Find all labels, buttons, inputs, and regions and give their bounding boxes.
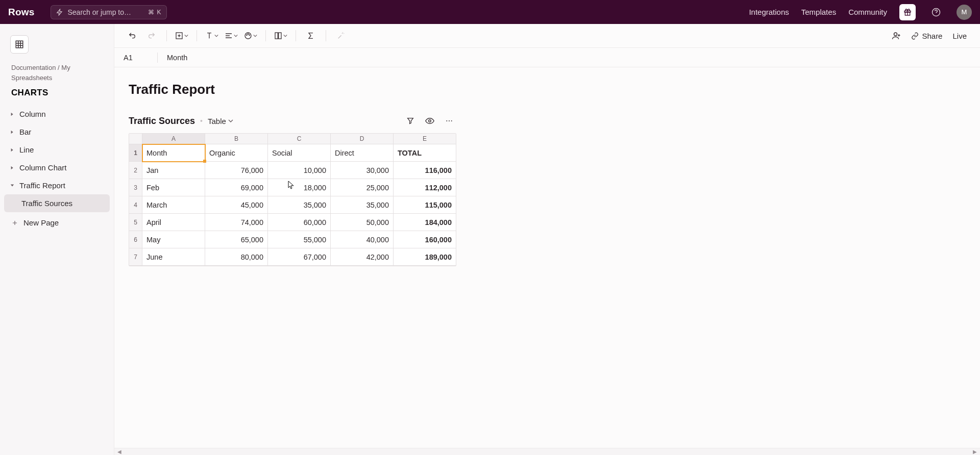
gift-icon	[903, 8, 912, 16]
sidebar-item-column-chart[interactable]: Column Chart	[4, 159, 110, 176]
visibility-button[interactable]	[423, 114, 437, 128]
column-header[interactable]: B	[205, 134, 268, 144]
cell[interactable]: 67,000	[268, 248, 331, 266]
brand-logo[interactable]: Rows	[8, 7, 34, 18]
column-header[interactable]: A	[142, 134, 205, 144]
row-header[interactable]: 5	[129, 214, 142, 231]
cell[interactable]: Jan	[142, 162, 205, 179]
cell[interactable]: March	[142, 196, 205, 214]
spreadsheet[interactable]: ABCDE1MonthOrganicSocialDirectTOTAL2Jan7…	[129, 133, 456, 266]
horizontal-scrollbar[interactable]: ◀ ▶	[114, 448, 980, 455]
add-people-button[interactable]	[888, 27, 905, 44]
row-header[interactable]: 1	[129, 144, 142, 162]
cell[interactable]: 18,000	[268, 179, 331, 196]
row-header[interactable]: 4	[129, 196, 142, 214]
chevron-right-icon	[9, 166, 15, 170]
sidebar-item-bar[interactable]: Bar	[4, 123, 110, 141]
filter-button[interactable]	[403, 114, 418, 128]
sidebar-item-line[interactable]: Line	[4, 141, 110, 159]
sidebar-sheet-button[interactable]	[10, 35, 29, 54]
cell[interactable]: TOTAL	[394, 144, 456, 162]
cell[interactable]: Direct	[331, 144, 394, 162]
help-button[interactable]	[928, 4, 944, 20]
undo-button[interactable]	[124, 27, 141, 44]
row-header[interactable]: 7	[129, 248, 142, 266]
user-avatar[interactable]: M	[957, 5, 972, 20]
cell[interactable]: 35,000	[268, 196, 331, 214]
sidebar-item-label: Column	[19, 110, 46, 118]
cell[interactable]: 42,000	[331, 248, 394, 266]
search-input[interactable]: Search or jump to… ⌘ K	[51, 5, 167, 19]
cell[interactable]: 35,000	[331, 196, 394, 214]
more-button[interactable]	[442, 114, 456, 128]
sidebar-item-traffic-report[interactable]: Traffic Report	[4, 176, 110, 194]
separator-dot: •	[200, 117, 203, 125]
document-title[interactable]: Traffic Report	[129, 82, 966, 97]
cell-value[interactable]: Month	[167, 54, 187, 62]
sidebar-item-column[interactable]: Column	[4, 105, 110, 123]
align-button[interactable]	[223, 27, 240, 44]
link-icon	[911, 32, 919, 40]
column-header[interactable]: E	[394, 134, 456, 144]
cell[interactable]: Feb	[142, 179, 205, 196]
cell[interactable]: May	[142, 231, 205, 248]
sheet-corner[interactable]	[129, 134, 142, 144]
column-header[interactable]: C	[268, 134, 331, 144]
canvas[interactable]: Traffic Report Traffic Sources • Table A…	[114, 67, 980, 455]
row-header[interactable]: 3	[129, 179, 142, 196]
svg-rect-3	[16, 41, 23, 48]
cell[interactable]: 115,000	[394, 196, 456, 214]
cell[interactable]: 50,000	[331, 214, 394, 231]
table-title[interactable]: Traffic Sources	[129, 116, 195, 127]
new-page-button[interactable]: New Page	[4, 212, 110, 233]
cell[interactable]: 55,000	[268, 231, 331, 248]
merge-button[interactable]	[272, 27, 289, 44]
cell-reference[interactable]: A1	[124, 54, 148, 62]
cell[interactable]: 30,000	[331, 162, 394, 179]
formula-button[interactable]	[302, 27, 320, 44]
chevron-down-icon	[234, 34, 238, 38]
text-format-button[interactable]	[203, 27, 220, 44]
share-button[interactable]: Share	[907, 29, 946, 43]
nav-integrations[interactable]: Integrations	[749, 8, 789, 16]
row-header[interactable]: 2	[129, 162, 142, 179]
wand-icon	[337, 32, 345, 40]
search-shortcut: ⌘ K	[148, 9, 161, 16]
insert-button[interactable]	[173, 27, 190, 44]
sidebar-item-traffic-sources[interactable]: Traffic Sources	[4, 194, 110, 212]
cell[interactable]: 80,000	[205, 248, 268, 266]
cell[interactable]: 112,000	[394, 179, 456, 196]
scroll-right-icon[interactable]: ▶	[973, 449, 977, 454]
cell[interactable]: 65,000	[205, 231, 268, 248]
cell[interactable]: Organic	[205, 144, 268, 162]
nav-community[interactable]: Community	[848, 8, 887, 16]
gift-button[interactable]	[899, 4, 916, 20]
cell[interactable]: 76,000	[205, 162, 268, 179]
cell[interactable]: 69,000	[205, 179, 268, 196]
redo-button[interactable]	[143, 27, 160, 44]
column-header[interactable]: D	[331, 134, 394, 144]
cell[interactable]: 160,000	[394, 231, 456, 248]
cell[interactable]: 189,000	[394, 248, 456, 266]
person-plus-icon	[892, 31, 901, 40]
cell[interactable]: 25,000	[331, 179, 394, 196]
cell[interactable]: 40,000	[331, 231, 394, 248]
live-button[interactable]: Live	[948, 29, 971, 43]
cell[interactable]: 60,000	[268, 214, 331, 231]
cell[interactable]: 10,000	[268, 162, 331, 179]
row-header[interactable]: 6	[129, 231, 142, 248]
cell[interactable]: April	[142, 214, 205, 231]
cell[interactable]: 74,000	[205, 214, 268, 231]
nav-templates[interactable]: Templates	[801, 8, 836, 16]
table-view-type[interactable]: Table	[208, 117, 233, 125]
cell[interactable]: Month	[142, 144, 205, 162]
cell[interactable]: 116,000	[394, 162, 456, 179]
magic-button[interactable]	[332, 27, 350, 44]
cell[interactable]: June	[142, 248, 205, 266]
cell[interactable]: Social	[268, 144, 331, 162]
cell[interactable]: 45,000	[205, 196, 268, 214]
cell[interactable]: 184,000	[394, 214, 456, 231]
color-button[interactable]	[242, 27, 259, 44]
breadcrumb-root[interactable]: Documentation	[11, 64, 56, 71]
scroll-left-icon[interactable]: ◀	[117, 449, 121, 454]
